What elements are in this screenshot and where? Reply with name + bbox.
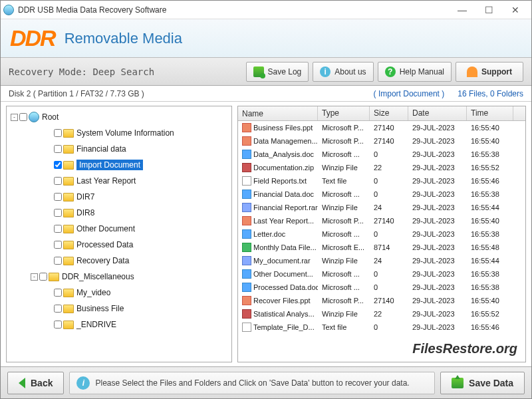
cell-name: Template_File_D...	[238, 323, 318, 332]
tree-item[interactable]: Financial data	[8, 141, 230, 157]
file-icon	[242, 296, 251, 305]
file-row[interactable]: Recover Files.pptMicrosoft P...2714029-J…	[238, 294, 525, 307]
file-row[interactable]: My_document.rarWinzip File2429-JUL-20231…	[238, 254, 525, 267]
tree-checkbox[interactable]	[39, 273, 47, 281]
save-data-button[interactable]: Save Data	[440, 372, 525, 394]
tree-label[interactable]: Business File	[76, 304, 124, 313]
tree-label[interactable]: DIR8	[76, 208, 94, 217]
tree-checkbox[interactable]	[54, 289, 62, 297]
tree-checkbox[interactable]	[54, 209, 62, 217]
col-type[interactable]: Type	[318, 106, 370, 120]
file-row[interactable]: Monthly Data File...Microsoft E...871429…	[238, 241, 525, 254]
file-row[interactable]: Business Files.pptMicrosoft P...2714029-…	[238, 121, 525, 134]
file-row[interactable]: Data Managemen...Microsoft P...2714029-J…	[238, 134, 525, 148]
file-row[interactable]: Documentation.zipWinzip File2229-JUL-202…	[238, 161, 525, 174]
cell-type: Text file	[318, 177, 370, 185]
file-icon	[242, 176, 251, 186]
tree-label[interactable]: Import Document	[76, 160, 143, 170]
file-row[interactable]: Field Reports.txtText file029-JUL-202316…	[238, 174, 525, 188]
minimize-button[interactable]: —	[449, 1, 475, 19]
cell-time: 16:55:38	[467, 270, 513, 278]
file-row[interactable]: Statistical Analys...Winzip File2229-JUL…	[238, 307, 525, 321]
tree-checkbox[interactable]	[19, 113, 27, 121]
tree-label[interactable]: Other Document	[76, 224, 135, 233]
tree-label[interactable]: Processed Data	[76, 240, 133, 249]
cell-name: Data_Analysis.doc	[238, 150, 318, 159]
cell-size: 0	[370, 283, 408, 291]
tree-checkbox[interactable]	[54, 177, 62, 185]
logo-text: DDR	[10, 25, 55, 51]
back-button[interactable]: Back	[7, 372, 64, 394]
tree-item[interactable]: Processed Data	[8, 237, 230, 253]
recovery-mode-label: Recovery Mode: Deep Search	[9, 66, 242, 77]
tree-item[interactable]: System Volume Information	[8, 125, 230, 141]
cell-date: 29-JUL-2023	[408, 150, 467, 158]
tree-item[interactable]: Import Document	[8, 157, 230, 173]
tree-item[interactable]: DIR8	[8, 205, 230, 221]
tree-label[interactable]: My_video	[76, 288, 110, 297]
tree-checkbox[interactable]	[54, 145, 62, 153]
tree-item[interactable]: _ENDRIVE	[8, 317, 230, 332]
tree-checkbox[interactable]	[54, 225, 62, 233]
tree-checkbox[interactable]	[54, 161, 62, 169]
tree-item[interactable]: Last Year Report	[8, 173, 230, 189]
expander-icon[interactable]: -	[31, 273, 38, 281]
cell-name: My_document.rar	[238, 256, 318, 265]
col-name[interactable]: Name	[238, 106, 318, 120]
col-size[interactable]: Size	[370, 106, 408, 120]
support-button[interactable]: Support	[456, 62, 523, 82]
current-folder-label: ( Import Document )	[374, 89, 445, 98]
cell-time: 16:55:40	[467, 217, 513, 225]
tree-root[interactable]: -Root	[8, 109, 230, 125]
file-row[interactable]: Template_File_D...Text file029-JUL-20231…	[238, 321, 525, 334]
tree-item[interactable]: -DDR_Miscellaneous	[8, 269, 230, 285]
cell-date: 29-JUL-2023	[408, 164, 467, 172]
file-list-body[interactable]: Business Files.pptMicrosoft P...2714029-…	[238, 121, 525, 362]
cell-size: 24	[370, 257, 408, 265]
about-button[interactable]: i About us	[313, 62, 373, 82]
tree-checkbox[interactable]	[54, 257, 62, 265]
folder-tree[interactable]: -RootSystem Volume InformationFinancial …	[7, 106, 231, 362]
expander-icon[interactable]: -	[11, 114, 18, 121]
file-row[interactable]: Letter.docMicrosoft ...029-JUL-202316:55…	[238, 227, 525, 241]
cell-time: 16:55:46	[467, 323, 513, 331]
help-button[interactable]: ? Help Manual	[378, 62, 452, 82]
tree-checkbox[interactable]	[54, 193, 62, 201]
maximize-button[interactable]: ☐	[475, 1, 502, 19]
tree-checkbox[interactable]	[54, 241, 62, 249]
tree-label[interactable]: Root	[42, 112, 59, 122]
tree-item[interactable]: Business File	[8, 301, 230, 317]
tree-label[interactable]: Last Year Report	[76, 176, 136, 186]
tree-label[interactable]: _ENDRIVE	[76, 320, 116, 329]
tree-item[interactable]: DIR7	[8, 189, 230, 205]
file-row[interactable]: Data_Analysis.docMicrosoft ...029-JUL-20…	[238, 148, 525, 161]
cell-type: Winzip File	[318, 257, 370, 265]
col-date[interactable]: Date	[408, 106, 467, 120]
file-row[interactable]: Financial Data.docMicrosoft ...029-JUL-2…	[238, 188, 525, 201]
cell-name: Recover Files.ppt	[238, 296, 318, 305]
cell-type: Microsoft ...	[318, 190, 370, 198]
tree-item[interactable]: Other Document	[8, 221, 230, 237]
cell-date: 29-JUL-2023	[408, 323, 467, 331]
folder-icon	[63, 241, 74, 249]
file-row[interactable]: Last Year Report...Microsoft P...2714029…	[238, 214, 525, 227]
save-log-button[interactable]: Save Log	[246, 62, 309, 82]
close-button[interactable]: ✕	[502, 1, 529, 19]
tree-label[interactable]: System Volume Information	[76, 128, 174, 138]
file-row[interactable]: Other Document...Microsoft ...029-JUL-20…	[238, 267, 525, 281]
tree-label[interactable]: DIR7	[76, 192, 94, 201]
cell-name: Last Year Report...	[238, 216, 318, 225]
cell-date: 29-JUL-2023	[408, 217, 467, 225]
tree-item[interactable]: Recovery Data	[8, 253, 230, 269]
tree-label[interactable]: Recovery Data	[76, 256, 129, 265]
file-row[interactable]: Financial Report.rarWinzip File2429-JUL-…	[238, 201, 525, 214]
tree-label[interactable]: Financial data	[76, 144, 126, 154]
col-time[interactable]: Time	[467, 106, 513, 120]
tree-item[interactable]: My_video	[8, 285, 230, 301]
file-row[interactable]: Processed Data.docMicrosoft ...029-JUL-2…	[238, 281, 525, 294]
tree-checkbox[interactable]	[54, 321, 62, 329]
tree-label[interactable]: DDR_Miscellaneous	[62, 272, 134, 281]
tree-checkbox[interactable]	[54, 129, 62, 137]
tree-checkbox[interactable]	[54, 305, 62, 313]
file-icon	[242, 136, 251, 146]
